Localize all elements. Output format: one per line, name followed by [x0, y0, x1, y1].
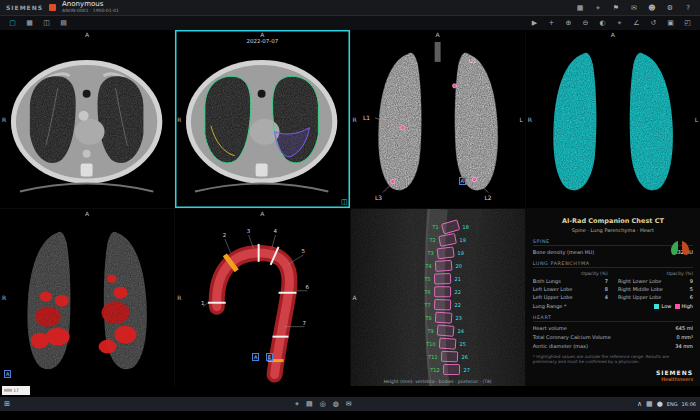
- messages-icon[interactable]: ✉: [628, 4, 640, 12]
- aorta-marker-number[interactable]: 3: [247, 227, 251, 233]
- annotation-badge-a[interactable]: A: [252, 353, 259, 361]
- vertebra-box[interactable]: [437, 246, 454, 258]
- vertebra-height-value: 19: [459, 236, 465, 242]
- svg-text:L1: L1: [362, 114, 369, 121]
- svg-text:L3: L3: [374, 194, 381, 201]
- vertebra-height-value: 19: [457, 249, 463, 255]
- annotation-badge[interactable]: A: [4, 370, 11, 378]
- vertebra-height-value: 22: [454, 288, 460, 294]
- healthineers-logo: SIEMENS Healthineers: [533, 370, 693, 382]
- vertebra-box[interactable]: [443, 364, 459, 374]
- taskbar-mail-icon[interactable]: ✉: [346, 400, 352, 408]
- spine-metric-label: Bone density (mean HU): [533, 249, 594, 255]
- vertebra-box[interactable]: [434, 299, 450, 310]
- svg-text:U1: U1: [468, 57, 476, 64]
- aorta-marker-number[interactable]: 1: [201, 299, 204, 305]
- series-gallery-icon[interactable]: ▤: [57, 19, 70, 27]
- language-indicator[interactable]: ENG: [667, 401, 678, 407]
- measure-icon[interactable]: ⌖: [613, 19, 626, 27]
- aorta-marker-number[interactable]: 2: [223, 231, 226, 237]
- vertebra-label: T3: [426, 249, 433, 255]
- section-heart: HEART: [533, 315, 693, 322]
- vertebra-label: T11: [427, 353, 437, 359]
- aorta-marker-number[interactable]: 4: [274, 227, 278, 233]
- top-bar: SIEMENS Anonymous ANON-0001 · 1900-01-01…: [0, 0, 700, 16]
- fullscreen-icon[interactable]: ◰: [681, 19, 694, 27]
- zoom-in-icon[interactable]: ⊕: [562, 19, 575, 27]
- orientation-label-top: A: [260, 31, 264, 38]
- vertebra-label: T2: [428, 236, 435, 242]
- notifications-icon[interactable]: ⚑: [610, 4, 622, 12]
- sync-viewport-icon[interactable]: ◫: [341, 198, 348, 206]
- pan-icon[interactable]: +: [545, 19, 558, 27]
- section-lung: LUNG PARENCHYMA: [533, 261, 693, 268]
- orientation-label-top: A: [260, 210, 264, 217]
- orientation-label-right: L: [519, 115, 522, 122]
- tool-bar: ▢ ▦ ◫ ▤ ▶ + ⊕ ⊖ ◐ ⌖ ∠ ↺ ▣ ◰: [0, 16, 700, 30]
- aorta-marker-number[interactable]: 7: [303, 319, 307, 325]
- aorta-marker-number[interactable]: 5: [302, 247, 305, 253]
- vertebra-label: T12: [429, 366, 439, 372]
- viewport-coronal-lung-red-overlay[interactable]: A R A: [0, 209, 174, 387]
- clock[interactable]: 16:06: [682, 401, 696, 407]
- taskbar-browser-icon[interactable]: ◎: [320, 400, 326, 408]
- viewport-axial-ct[interactable]: A R: [0, 30, 174, 208]
- orientation-label-left: R: [528, 115, 532, 122]
- cyan-lung-image: [526, 30, 700, 208]
- viewport-sagittal-spine[interactable]: T118T219T319T420T521T622T722T823T924T102…: [351, 209, 525, 387]
- help-icon[interactable]: ?: [682, 4, 694, 12]
- vertebra-box[interactable]: [435, 260, 452, 271]
- annotation-badge-e[interactable]: E: [266, 353, 273, 361]
- vertebra-height-value: 23: [455, 314, 461, 320]
- angle-icon[interactable]: ∠: [630, 19, 643, 27]
- snapshot-icon[interactable]: ▣: [664, 19, 677, 27]
- search-icon[interactable]: ⌖: [592, 4, 604, 12]
- layout-compare-icon[interactable]: ◫: [40, 19, 53, 27]
- app-window: SIEMENS Anonymous ANON-0001 · 1900-01-01…: [0, 0, 700, 420]
- range-low-chip: [654, 304, 659, 309]
- orientation-label-left: R: [177, 115, 181, 122]
- spine-caption: Height (mm): vertebra · bodies · posteri…: [384, 379, 492, 384]
- vertebra-box[interactable]: [434, 286, 450, 296]
- aorta-marker-number[interactable]: 6: [306, 283, 310, 289]
- layout-grid-icon[interactable]: ▦: [574, 4, 586, 12]
- vertebra-height-value: 25: [459, 340, 465, 346]
- vertebra-label: T8: [424, 314, 431, 320]
- pointer-icon[interactable]: ▶: [528, 19, 541, 27]
- viewport-axial-ct-segmented[interactable]: A 2022-07-07 R ◫: [175, 30, 349, 208]
- vertebra-height-value: 21: [454, 275, 460, 281]
- tray-app-icon[interactable]: ▦: [646, 400, 653, 408]
- viewport-aorta-3d[interactable]: 1234567 A R A E: [175, 209, 349, 387]
- vertebra-label: T7: [423, 301, 430, 307]
- viewport-coronal-lung-map[interactable]: U1 L1 L3 L2 A R L A: [351, 30, 525, 208]
- taskbar-search-icon[interactable]: ⌖: [295, 400, 299, 408]
- settings-icon[interactable]: ⚙: [664, 4, 676, 12]
- vertebra-box[interactable]: [441, 351, 457, 362]
- vertebra-box[interactable]: [434, 273, 450, 284]
- layout-2x2-icon[interactable]: ▦: [23, 19, 36, 27]
- orientation-label-top: A: [611, 31, 615, 38]
- vertebra-label: T10: [425, 340, 435, 346]
- minimized-window[interactable]: MM 17: [2, 386, 30, 395]
- vertebra-height-value: 27: [463, 366, 469, 372]
- patient-banner[interactable]: Anonymous ANON-0001 · 1900-01-01: [62, 1, 119, 14]
- rotate-icon[interactable]: ↺: [647, 19, 660, 27]
- orientation-label-top: A: [85, 210, 89, 217]
- user-icon[interactable]: ☻: [646, 4, 658, 12]
- taskbar-explorer-icon[interactable]: ▤: [306, 400, 313, 408]
- vertebra-box[interactable]: [437, 324, 454, 335]
- lung-opacity-table: Opacity (%) Both Lungs7 Left Lower Lobe8…: [533, 271, 693, 300]
- start-button[interactable]: ⊞: [4, 400, 10, 408]
- vertebra-label: T5: [423, 275, 430, 281]
- taskbar-apps-icon[interactable]: ◍: [333, 400, 339, 408]
- tray-expand-icon[interactable]: ∧: [637, 400, 642, 408]
- annotation-badge[interactable]: A: [459, 177, 466, 185]
- zoom-out-icon[interactable]: ⊖: [579, 19, 592, 27]
- vertebra-box[interactable]: [439, 338, 456, 349]
- vertebra-box[interactable]: [435, 312, 452, 323]
- windowing-icon[interactable]: ◐: [596, 19, 609, 27]
- tray-network-icon[interactable]: ●: [657, 400, 663, 408]
- viewport-coronal-lung-cyan[interactable]: A R L: [526, 30, 700, 208]
- layout-1x1-icon[interactable]: ▢: [6, 19, 19, 27]
- viewport-grid: A R A 2022-07-07 R: [0, 30, 700, 386]
